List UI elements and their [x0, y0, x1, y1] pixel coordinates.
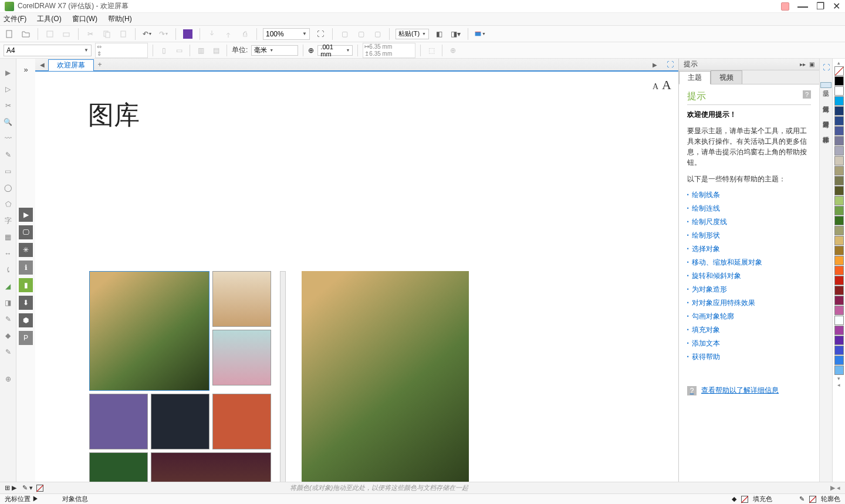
hint-link[interactable]: 填充对象 [687, 325, 811, 335]
gallery-thumb[interactable] [89, 394, 148, 449]
hint-link[interactable]: 绘制尺度线 [687, 217, 811, 227]
color-swatch[interactable] [834, 226, 844, 235]
restore-icon[interactable]: ❐ [816, 1, 824, 12]
color-swatch[interactable] [834, 176, 844, 185]
minimize-icon[interactable]: — [797, 4, 808, 9]
freehand-tool-icon[interactable]: 〰 [2, 133, 14, 144]
palette-expand-icon[interactable]: ◂ [837, 382, 840, 388]
color-swatch[interactable] [834, 276, 844, 285]
paste-dropdown[interactable]: 粘贴(T) [396, 29, 429, 39]
color-swatch[interactable] [834, 196, 844, 205]
hint-link[interactable]: 勾画对象轮廓 [687, 312, 811, 322]
dimension-tool-icon[interactable]: ↔ [2, 248, 14, 259]
new-icon[interactable] [4, 28, 15, 40]
color-swatch[interactable] [834, 216, 844, 225]
dock-icon[interactable]: ◧ [434, 28, 445, 40]
color-swatch[interactable] [834, 166, 844, 175]
tab-scroll-right-icon[interactable]: ▶ [649, 59, 661, 70]
color-swatch[interactable] [834, 86, 844, 96]
undo-icon[interactable]: ↶ ▼ [141, 28, 153, 40]
crop-tool-icon[interactable]: ✂ [2, 100, 14, 111]
nav-workspace[interactable]: 🖵 [19, 225, 33, 239]
menu-window[interactable]: 窗口(W) [72, 14, 97, 24]
palette-scroll-icon[interactable]: ▶ ◂ [830, 484, 840, 492]
smart-tool-icon[interactable]: ✎ [2, 149, 14, 161]
color-swatch[interactable] [834, 116, 844, 126]
app-launch-icon[interactable]: ▼ [474, 28, 486, 40]
font-small-icon[interactable]: A [653, 82, 658, 92]
user-badge-icon[interactable] [781, 2, 789, 11]
color-swatch[interactable] [834, 186, 844, 195]
color-swatch[interactable] [834, 316, 844, 325]
menu-file[interactable]: 文件(F) [4, 14, 26, 24]
effects-tool-icon[interactable]: ◢ [2, 280, 14, 292]
color-swatch[interactable] [834, 126, 844, 136]
page-nav-icon[interactable]: ⊞ ▶ [5, 484, 16, 492]
panel-close-icon[interactable]: ▣ [809, 61, 814, 67]
color-swatch[interactable] [834, 136, 844, 146]
connector-tool-icon[interactable]: ⤹ [2, 264, 14, 276]
expand-nav-icon[interactable]: » [23, 63, 28, 75]
color-swatch[interactable] [834, 296, 844, 305]
docker-expand-icon[interactable]: ⛶ [823, 63, 830, 72]
outline-pen-icon[interactable]: ✎ [799, 495, 805, 503]
color-swatch[interactable] [834, 326, 844, 335]
color-swatch[interactable] [834, 246, 844, 255]
gallery-thumb[interactable] [212, 394, 271, 449]
color-swatch[interactable] [834, 356, 844, 365]
hint-link[interactable]: 对对象应用特殊效果 [687, 298, 811, 308]
color-swatch[interactable] [834, 306, 844, 315]
search-icon[interactable] [182, 28, 194, 40]
color-swatch[interactable] [834, 206, 844, 215]
eyedropper-tool-icon[interactable]: ✎ [2, 313, 14, 325]
polygon-tool-icon[interactable]: ⬠ [2, 198, 14, 210]
cursor-pos-icon[interactable]: ▶ [32, 495, 39, 502]
hints-tab-videos[interactable]: 视频 [711, 70, 742, 84]
page-dimensions[interactable]: ⇔⇕ [95, 43, 148, 58]
nav-getstarted[interactable]: ▶ [19, 208, 33, 222]
gallery-thumb[interactable] [212, 330, 271, 385]
docker-obj-props[interactable]: 对象属性 [821, 99, 831, 103]
nav-whatsnew[interactable]: ✳ [19, 243, 33, 257]
hint-link[interactable]: 选择对象 [687, 244, 811, 254]
hints-full-help-link[interactable]: ?查看帮助以了解详细信息 [687, 385, 811, 395]
color-swatch[interactable] [834, 76, 844, 86]
nav-help[interactable]: ℹ [19, 261, 33, 275]
fullscreen-icon[interactable]: ⛶ [315, 28, 326, 40]
color-swatch[interactable] [834, 146, 844, 155]
eyedropper-icon[interactable]: ✎ ▾ [22, 484, 33, 492]
nav-gallery[interactable]: ▮ [19, 278, 33, 292]
hint-link[interactable]: 移动、缩放和延展对象 [687, 258, 811, 268]
gallery-thumb[interactable] [151, 394, 209, 449]
hint-link[interactable]: 绘制形状 [687, 231, 811, 241]
rectangle-tool-icon[interactable]: ▭ [2, 165, 14, 177]
color-swatch[interactable] [834, 266, 844, 275]
palette-no-color[interactable] [834, 66, 844, 76]
hint-link[interactable]: 获得帮助 [687, 352, 811, 362]
new-tab-icon[interactable]: + [94, 59, 106, 70]
text-tool-icon[interactable]: 字 [2, 215, 14, 226]
docker-hints[interactable]: 提示 [820, 82, 832, 88]
color-swatch[interactable] [834, 346, 844, 355]
nav-cloud[interactable]: ⬢ [19, 313, 33, 327]
docker-styles[interactable]: 样本和排样 [821, 129, 831, 134]
nav-updates[interactable]: ⬇ [19, 296, 33, 310]
open-icon[interactable] [20, 28, 32, 40]
tab-scroll-left-icon[interactable]: ◀ [36, 59, 48, 70]
color-swatch[interactable] [834, 336, 844, 345]
zoom-tool-icon[interactable]: 🔍 [2, 116, 14, 128]
fill-icon[interactable]: ◆ [732, 495, 736, 503]
nav-membership[interactable]: P [19, 331, 33, 345]
tab-welcome[interactable]: 欢迎屏幕 [48, 59, 94, 71]
close-icon[interactable]: ✕ [833, 1, 840, 12]
units-dropdown[interactable]: 毫米 [251, 45, 298, 56]
color-swatch[interactable] [834, 366, 844, 375]
help-icon[interactable]: ? [803, 90, 811, 99]
ellipse-tool-icon[interactable]: ◯ [2, 182, 14, 194]
hints-tab-topics[interactable]: 主题 [679, 71, 711, 84]
color-swatch[interactable] [834, 236, 844, 245]
hint-link[interactable]: 为对象造形 [687, 285, 811, 295]
duplicate-offset[interactable]: ↦ 6.35 mm ↥ 6.35 mm [363, 43, 415, 58]
transparency-tool-icon[interactable]: ◨ [2, 297, 14, 309]
launch-icon[interactable]: ◨▾ [450, 28, 462, 40]
